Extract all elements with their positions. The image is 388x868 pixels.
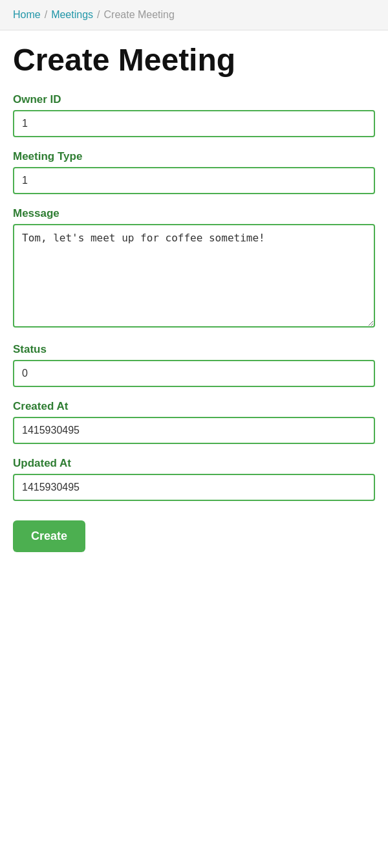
created-at-input[interactable] (13, 417, 375, 444)
owner-id-label: Owner ID (13, 93, 375, 106)
create-button[interactable]: Create (13, 520, 85, 552)
meeting-type-label: Meeting Type (13, 150, 375, 163)
status-label: Status (13, 343, 375, 356)
breadcrumb-meetings[interactable]: Meetings (51, 9, 93, 21)
created-at-field-group: Created At (13, 400, 375, 444)
breadcrumb-separator-2: / (97, 9, 100, 21)
updated-at-field-group: Updated At (13, 457, 375, 501)
page-title: Create Meeting (13, 43, 375, 78)
created-at-label: Created At (13, 400, 375, 413)
meeting-type-field-group: Meeting Type (13, 150, 375, 194)
meeting-type-input[interactable] (13, 167, 375, 194)
breadcrumb-current: Create Meeting (104, 9, 175, 21)
owner-id-input[interactable] (13, 110, 375, 137)
main-content: Create Meeting Owner ID Meeting Type Mes… (0, 30, 388, 578)
status-input[interactable] (13, 360, 375, 387)
message-field-group: Message (13, 207, 375, 330)
status-field-group: Status (13, 343, 375, 387)
message-label: Message (13, 207, 375, 220)
breadcrumb-home[interactable]: Home (13, 9, 41, 21)
breadcrumb: Home / Meetings / Create Meeting (0, 0, 388, 30)
breadcrumb-separator-1: / (45, 9, 47, 21)
updated-at-label: Updated At (13, 457, 375, 470)
updated-at-input[interactable] (13, 474, 375, 501)
owner-id-field-group: Owner ID (13, 93, 375, 137)
message-textarea[interactable] (13, 224, 375, 328)
